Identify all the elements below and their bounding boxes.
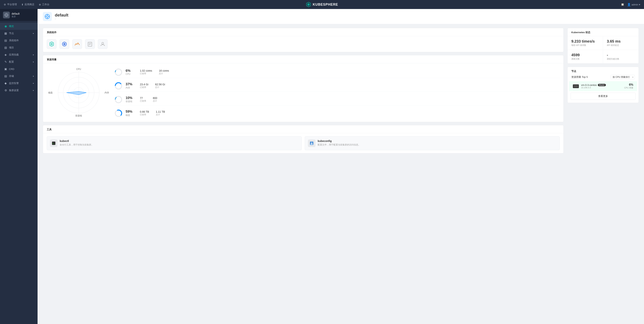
cluster-header-info: default - bbox=[55, 13, 68, 20]
kubectl-icon: >_ bbox=[50, 140, 58, 147]
kubeconfig-tool[interactable]: kubeconfig 配置文件，用于配置当前集群的访问信息。 bbox=[305, 136, 560, 150]
sidebar-item-storage[interactable]: ▤ 存储 ▾ bbox=[0, 73, 38, 80]
storage-arrow-icon: ▾ bbox=[33, 75, 34, 77]
k8s-status-card: Kubernetes 状态 9.233 times/s 每秒 API 请求数 3… bbox=[568, 28, 639, 64]
tools-card: 工具 >_ kubectl 命令行工具，用于控制当前集群 bbox=[43, 125, 564, 153]
node-usage: 6% CPU 用量 bbox=[624, 83, 633, 89]
sidebar-item-cluster-settings[interactable]: ⚙ 集群设置 ▾ bbox=[0, 87, 38, 94]
svg-rect-27 bbox=[88, 42, 92, 46]
nodes-icon: ▦ bbox=[4, 32, 8, 35]
cluster-type: 集群 bbox=[12, 15, 20, 18]
nodes-top5-label: 资源用量 Top 5 bbox=[571, 75, 588, 79]
sidebar-item-projects[interactable]: ▧ 项目 bbox=[0, 44, 38, 51]
svg-text:>_: >_ bbox=[52, 143, 55, 144]
nodes-header: 节点 bbox=[568, 67, 638, 75]
k8s-stat-api-latency: 3.65 ms API 请求延迟 bbox=[603, 36, 638, 50]
cluster-header-sub: - bbox=[55, 18, 68, 20]
storage-label: 存储 bbox=[9, 74, 14, 78]
sidebar-item-nodes[interactable]: ▦ 节点 ▾ bbox=[0, 30, 38, 37]
nodes-title: 节点 bbox=[571, 70, 576, 73]
config-arrow-icon: ▾ bbox=[33, 61, 34, 63]
radar-label-memory: 内存 bbox=[104, 91, 109, 94]
view-more-button[interactable]: 查看更多 bbox=[570, 93, 636, 100]
kubectl-tool[interactable]: >_ kubectl 命令行工具，用于控制当前集群。 bbox=[47, 136, 302, 150]
sidebar-item-crd[interactable]: ▣ CRD bbox=[0, 65, 38, 73]
nodes-sort-select[interactable]: 按 CPU 用量排行按内存用量排行按磁盘用量排行 bbox=[610, 75, 635, 79]
nodes-label: 节点 bbox=[9, 32, 14, 35]
kubectl-info: kubectl 命令行工具，用于控制当前集群。 bbox=[60, 140, 94, 147]
workloads-icon: ◈ bbox=[4, 53, 8, 56]
workbench-link[interactable]: ⊕ 工作台 bbox=[39, 3, 50, 6]
metric-row-disk: 59% 磁盘 0.66 TB 已使用 1.11 TB 总计 bbox=[114, 108, 560, 119]
sidebar-item-workloads[interactable]: ◈ 应用负载 ▾ bbox=[0, 51, 38, 58]
svg-point-4 bbox=[6, 14, 7, 16]
platform-management-label: 平台管理 bbox=[7, 3, 17, 6]
user-name: admin bbox=[632, 3, 638, 6]
radar-label-containers: 容器组 bbox=[75, 114, 82, 117]
radar-chart-svg bbox=[52, 66, 105, 119]
containers-percent-value: 10% 容器组 bbox=[126, 96, 133, 103]
cluster-header-title: default bbox=[55, 13, 68, 18]
node-info: vm-0-3-centos Master 10.206.0.3 bbox=[581, 84, 622, 89]
platform-management-link[interactable]: ⚙ 平台管理 bbox=[4, 3, 17, 6]
sys-comp-logging[interactable] bbox=[85, 39, 95, 49]
sys-comp-monitoring[interactable] bbox=[72, 39, 82, 49]
k8s-stat-schedule-fail-label: 调度失败次数 bbox=[607, 58, 635, 60]
nodes-arrow-icon: ▾ bbox=[33, 32, 34, 34]
cluster-selector[interactable]: default 集群 bbox=[0, 9, 38, 21]
user-menu[interactable]: 👤 admin ▾ bbox=[627, 3, 640, 6]
svg-point-10 bbox=[46, 15, 48, 17]
metric-row-memory: 37% 内存 23.4 Gi 已使用 62.56 Gi 总计 bbox=[114, 80, 560, 92]
radar-label-disk: 磁盘 bbox=[48, 91, 53, 94]
kubeconfig-desc: 配置文件，用于配置当前集群的访问信息。 bbox=[318, 143, 360, 147]
cluster-info: default 集群 bbox=[12, 12, 20, 18]
disk-total: 1.11 TB 总计 bbox=[156, 110, 165, 116]
sys-comp-devops[interactable] bbox=[98, 39, 108, 49]
nodes-sort-select-wrap[interactable]: 按 CPU 用量排行按内存用量排行按磁盘用量排行 bbox=[610, 75, 635, 79]
crd-label: CRD bbox=[9, 68, 14, 70]
disk-donut-chart bbox=[114, 109, 122, 117]
sidebar-item-system-components[interactable]: ▤ 系统组件 bbox=[0, 37, 38, 44]
notifications-icon[interactable]: 🔲 bbox=[621, 3, 624, 6]
projects-icon: ▧ bbox=[4, 46, 8, 49]
node-name: vm-0-3-centos Master bbox=[581, 84, 622, 86]
svg-point-18 bbox=[64, 43, 65, 45]
kubectl-desc: 命令行工具，用于控制当前集群。 bbox=[60, 143, 94, 147]
sys-comp-kubernetes[interactable] bbox=[60, 39, 69, 49]
topnav-right: 🔲 👤 admin ▾ bbox=[621, 3, 640, 6]
svg-point-31 bbox=[102, 42, 104, 44]
cluster-settings-icon: ⚙ bbox=[4, 89, 8, 92]
k8s-stat-api-latency-label: API 请求延迟 bbox=[607, 44, 635, 47]
radar-label-cpu: CPU bbox=[76, 68, 81, 70]
sidebar-item-monitoring[interactable]: ◆ 监控告警 ▾ bbox=[0, 80, 38, 87]
kubeconfig-icon bbox=[308, 140, 316, 147]
topnav-brand: KUBESPHERE bbox=[306, 2, 338, 7]
k8s-stat-schedule-fail-value: - bbox=[607, 53, 635, 57]
node-server-icon bbox=[573, 84, 579, 88]
sidebar-item-config[interactable]: ✎ 配置 ▾ bbox=[0, 58, 38, 65]
resource-section: CPU 内存 容器组 磁盘 bbox=[43, 63, 564, 122]
node-row: vm-0-3-centos Master 10.206.0.3 6% CPU 用… bbox=[569, 81, 637, 91]
k8s-stat-schedule-fail: - 调度失败次数 bbox=[603, 50, 638, 64]
monitoring-arrow-icon: ▾ bbox=[33, 82, 34, 84]
sys-comp-kubesphere[interactable] bbox=[47, 39, 56, 49]
resource-usage-title: 资源用量 bbox=[43, 55, 564, 63]
nodes-top5-header: 资源用量 Top 5 按 CPU 用量排行按内存用量排行按磁盘用量排行 bbox=[568, 75, 638, 81]
monitoring-icon: ◆ bbox=[4, 82, 8, 85]
monitoring-label: 监控告警 bbox=[9, 82, 19, 85]
sidebar-nav: ◉ 概览 ▦ 节点 ▾ ▤ 系统组件 ▧ 项目 ◈ 应用负载 ▾ ✎ bbox=[0, 21, 38, 324]
cpu-donut-chart bbox=[114, 68, 122, 76]
k8s-stat-api-rate-value: 9.233 times/s bbox=[571, 39, 599, 43]
user-avatar-icon: 👤 bbox=[627, 3, 631, 6]
svg-marker-38 bbox=[66, 91, 86, 95]
page-body: 系统组件 bbox=[38, 24, 644, 324]
app-store-link[interactable]: ⬆ 应用商店 bbox=[22, 3, 34, 6]
containers-total: 800 总计 bbox=[153, 97, 157, 102]
sidebar-item-overview[interactable]: ◉ 概览 bbox=[0, 23, 38, 30]
system-comp-icon: ▤ bbox=[4, 39, 8, 42]
page-right-column: Kubernetes 状态 9.233 times/s 每秒 API 请求数 3… bbox=[568, 28, 639, 320]
kubeconfig-info: kubeconfig 配置文件，用于配置当前集群的访问信息。 bbox=[318, 140, 360, 147]
node-cpu-percent: 6% bbox=[624, 83, 633, 86]
workloads-label: 应用负载 bbox=[9, 53, 19, 56]
overview-icon: ◉ bbox=[4, 24, 8, 28]
